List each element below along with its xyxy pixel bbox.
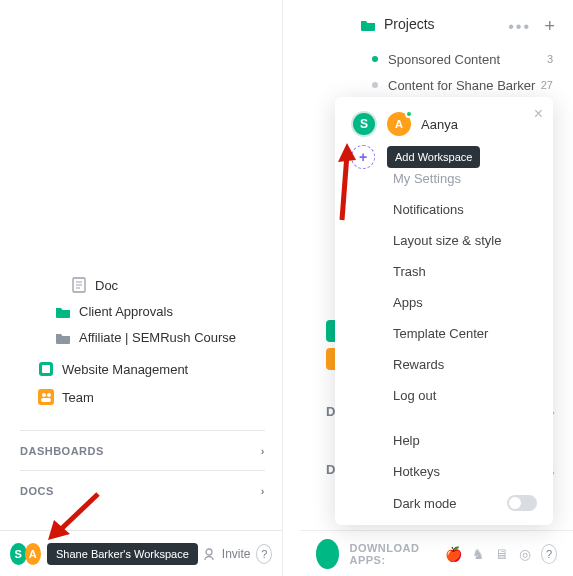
menu-item-rewards[interactable]: Rewards <box>335 349 553 380</box>
add-project-button[interactable]: + <box>544 16 555 37</box>
sidebar-item-website[interactable]: Website Management <box>38 356 188 382</box>
project-row[interactable]: Sponsored Content3 <box>372 46 553 72</box>
sidebar-list: Doc Client Approvals Affiliate | SEMRush… <box>55 272 275 350</box>
svg-rect-6 <box>38 389 54 405</box>
sidebar-item-label: Affiliate | SEMRush Course <box>79 330 236 345</box>
menu-item-hotkeys[interactable]: Hotkeys <box>335 456 553 487</box>
section-letter: D <box>326 462 334 476</box>
workspace-menu: × S A Aanya + Add Workspace My Settings … <box>335 97 553 525</box>
project-row[interactable]: Content for Shane Barker27 <box>372 72 553 98</box>
doc-icon <box>71 277 87 293</box>
section-dashboards[interactable]: DASHBOARDS › <box>20 430 265 470</box>
workspace-avatar[interactable]: S <box>351 111 377 137</box>
sidebar-item-label: Client Approvals <box>79 304 173 319</box>
menu-item-trash[interactable]: Trash <box>335 256 553 287</box>
menu-item-darkmode[interactable]: Dark mode <box>335 487 553 519</box>
download-bar: DOWNLOAD APPS: 🍎 ♞ 🖥 ◎ ? <box>300 530 573 576</box>
invite-label: Invite <box>222 547 251 561</box>
workspace-tooltip: Shane Barker's Workspace <box>47 543 198 565</box>
menu-header: S A Aanya <box>335 111 553 143</box>
folder-open-icon <box>360 18 376 31</box>
menu-item-layout[interactable]: Layout size & style <box>335 225 553 256</box>
menu-item-apps[interactable]: Apps <box>335 287 553 318</box>
android-icon[interactable]: ♞ <box>472 546 485 562</box>
section-label: DOCS <box>20 485 54 497</box>
help-icon[interactable]: ? <box>256 544 272 564</box>
sidebar-item-team[interactable]: Team <box>38 384 94 410</box>
help-icon[interactable]: ? <box>541 544 557 564</box>
menu-item-notifications[interactable]: Notifications <box>335 194 553 225</box>
desktop-icon[interactable]: 🖥 <box>495 546 509 562</box>
sidebar-item-label: Doc <box>95 278 118 293</box>
workspace-avatar-a[interactable]: A <box>25 543 42 565</box>
sidebar-item-label: Website Management <box>62 362 188 377</box>
user-name: Aanya <box>421 117 458 132</box>
section-letter: D <box>326 404 334 418</box>
project-count: 3 <box>547 53 553 65</box>
download-label: DOWNLOAD APPS: <box>349 542 434 566</box>
menu-item-templates[interactable]: Template Center <box>335 318 553 349</box>
chevron-right-icon: › <box>261 485 265 497</box>
brand-pill[interactable] <box>316 539 339 569</box>
sidebar-item-doc[interactable]: Doc <box>55 272 275 298</box>
svg-rect-9 <box>41 398 51 402</box>
project-list: Sponsored Content3 Content for Shane Bar… <box>372 46 553 98</box>
folder-icon <box>55 329 71 345</box>
project-label: Sponsored Content <box>388 52 500 67</box>
darkmode-toggle[interactable] <box>507 495 537 511</box>
divider <box>282 0 283 576</box>
add-workspace-tooltip: Add Workspace <box>387 146 480 168</box>
section-docs[interactable]: DOCS › <box>20 470 265 510</box>
sidebar-footer: S A Shane Barker's Workspace Invite ? <box>0 530 282 576</box>
project-count: 27 <box>541 79 553 91</box>
svg-point-8 <box>47 393 51 397</box>
team-icon <box>38 389 54 405</box>
darkmode-label: Dark mode <box>393 496 457 511</box>
close-icon[interactable]: × <box>534 105 543 123</box>
menu-separator <box>335 411 553 425</box>
folder-icon <box>55 303 71 319</box>
apple-icon[interactable]: 🍎 <box>445 546 462 562</box>
chrome-icon[interactable]: ◎ <box>519 546 531 562</box>
section-label: DASHBOARDS <box>20 445 104 457</box>
left-sidebar: Doc Client Approvals Affiliate | SEMRush… <box>0 0 282 576</box>
chevron-right-icon: › <box>261 445 265 457</box>
plus-user-icon <box>204 547 218 561</box>
status-dot-icon <box>372 82 378 88</box>
projects-title: Projects <box>384 16 435 32</box>
more-icon[interactable]: ••• <box>508 18 531 36</box>
svg-point-7 <box>42 393 46 397</box>
user-avatar[interactable]: A <box>387 112 411 136</box>
invite-button[interactable]: Invite <box>204 547 251 561</box>
svg-rect-5 <box>42 365 50 373</box>
sidebar-item-affiliate[interactable]: Affiliate | SEMRush Course <box>55 324 275 350</box>
add-workspace-icon[interactable]: + <box>351 145 375 169</box>
sidebar-item-label: Team <box>62 390 94 405</box>
projects-header[interactable]: Projects <box>360 16 435 32</box>
menu-item-logout[interactable]: Log out <box>335 380 553 411</box>
status-dot-icon <box>372 56 378 62</box>
clipboard-icon <box>38 361 54 377</box>
svg-point-10 <box>206 549 212 555</box>
project-label: Content for Shane Barker <box>388 78 535 93</box>
sidebar-item-approvals[interactable]: Client Approvals <box>55 298 275 324</box>
presence-dot-icon <box>405 110 413 118</box>
menu-item-help[interactable]: Help <box>335 425 553 456</box>
